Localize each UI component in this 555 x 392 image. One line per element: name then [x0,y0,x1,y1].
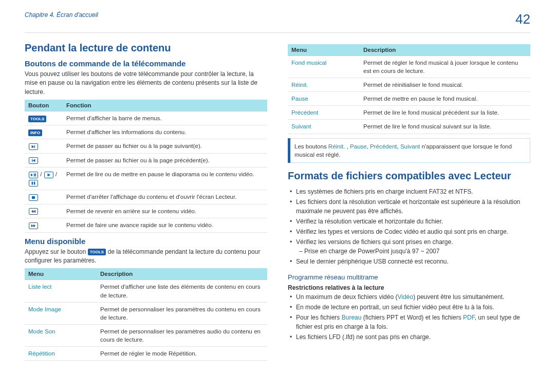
play-pause-toggle-icon [29,172,38,178]
svg-marker-0 [32,145,34,148]
cell-fn: Permet de revenir en arrière sur le cont… [63,204,267,218]
list-item: Vérifiez la résolution verticale et hori… [290,217,530,226]
col-header-menu: Menu [288,44,360,56]
rewind-icon [29,208,38,215]
right-column: Menu Description Fond musicalPermet de r… [288,42,530,365]
page-number: 42 [515,11,530,27]
stop-icon [29,194,38,201]
next-icon [29,143,38,150]
fast-forward-icon [29,222,38,229]
list-item: Seul le dernier périphérique USB connect… [290,257,530,266]
svg-marker-12 [33,210,35,213]
cell-fn: Permet d'afficher les informations du co… [63,125,267,139]
table-row: Permet de faire une avance rapide sur le… [25,218,267,232]
section-heading-formats: Formats de fichiers compatibles avec Lec… [288,170,530,182]
svg-rect-6 [35,173,36,176]
table-row: / / Permet de lire ou de mettre en pause… [25,167,267,190]
remote-buttons-table: Bouton Fonction TOOLS Permet d'afficher … [25,100,267,232]
list-item: Prise en charge de PowerPoint jusqu'à 97… [299,247,530,256]
svg-rect-3 [32,159,32,162]
subheading-available-menu: Menu disponible [25,237,267,246]
svg-marker-4 [31,173,33,176]
bg-music-menu-table: Menu Description Fond musicalPermet de r… [288,44,530,134]
list-item: Vérifiez les types et versions de Codec … [290,227,530,236]
section-heading-playback: Pendant la lecture de contenu [25,42,267,54]
left-column: Pendant la lecture de contenu Boutons de… [25,42,267,365]
list-item: En mode de lecture en portrait, un seul … [290,303,530,312]
page-header: Chapitre 4. Écran d'accueil 42 [25,11,530,27]
subheading-multiframe: Programme réseau multitrame [288,273,530,281]
tools-button-label-inline: TOOLS [88,249,106,255]
table-row: Permet d'arrêter l'affichage du contenu … [25,190,267,204]
svg-rect-5 [34,173,35,176]
col-header-description: Description [97,268,267,280]
col-header-description: Description [360,44,530,56]
list-item: Pour les fichiers Bureau (fichiers PPT e… [290,313,530,331]
chapter-label: Chapitre 4. Écran d'accueil [25,11,98,18]
table-row: INFO Permet d'afficher les informations … [25,125,267,139]
svg-rect-10 [32,196,35,199]
col-header-button: Bouton [25,100,63,111]
svg-rect-8 [32,182,33,185]
cell-fn: Permet d'arrêter l'affichage du contenu … [63,190,267,204]
note-box: Les boutons Réinit. , Pause, Précédent, … [288,138,530,163]
list-item: Les systèmes de fichiers pris en charge … [290,187,530,196]
cell-fn: Permet de faire une avance rapide sur le… [63,218,267,232]
list-item: Les fichiers dont la résolution vertical… [290,197,530,216]
available-menu-desc: Appuyez sur le bouton TOOLS de la téléco… [25,248,267,266]
header-divider [25,32,530,33]
tools-button-label: TOOLS [28,116,46,122]
available-menu-table: Menu Description Liste lectPermet d'affi… [25,268,267,361]
remote-buttons-desc: Vous pouvez utiliser les boutons de votr… [25,70,267,97]
subheading-remote-buttons: Boutons de commande de la télécommande [25,59,267,68]
info-button-label: INFO [28,129,42,136]
col-header-menu: Menu [25,268,97,280]
table-row: Liste lectPermet d'afficher une liste de… [25,280,267,302]
table-row: Mode SonPermet de personnaliser les para… [25,324,267,346]
table-row: PrécédentPermet de lire le fond musical … [288,106,530,120]
previous-icon [29,157,38,164]
table-row: Permet de revenir en arrière sur le cont… [25,204,267,218]
table-row: TOOLS Permet d'afficher la barre de menu… [25,111,267,125]
cell-fn: Permet de passer au fichier ou à la page… [63,139,267,153]
formats-bullet-list: Les systèmes de fichiers pris en charge … [288,187,530,266]
list-item: Un maximum de deux fichiers vidéo (Vidéo… [290,292,530,302]
svg-marker-11 [31,210,33,213]
note-text: Les boutons Réinit. , Pause, Précédent, … [290,138,530,163]
svg-rect-9 [34,182,35,185]
play-icon [44,172,53,178]
svg-marker-13 [31,224,33,227]
table-row: Fond musicalPermet de régler le fond mus… [288,56,530,78]
cell-fn: Permet d'afficher la barre de menus. [63,111,267,125]
pause-icon [29,180,38,186]
table-row: Permet de passer au fichier ou à la page… [25,139,267,153]
cell-fn: Permet de lire ou de mettre en pause le … [63,167,267,190]
table-row: Permet de passer au fichier ou à la page… [25,153,267,167]
cell-fn: Permet de passer au fichier ou à la page… [63,153,267,167]
table-row: SuivantPermet de lire le fond musical su… [288,120,530,134]
table-row: Réinit.Permet de réinitialiser le fond m… [288,78,530,92]
table-row: Mode ImagePermet de personnaliser les pa… [25,302,267,324]
restrictions-bullet-list: Un maximum de deux fichiers vidéo (Vidéo… [288,292,530,342]
svg-rect-1 [34,145,35,148]
list-item: Les fichiers LFD (.lfd) ne sont pas pris… [290,332,530,342]
subheading-restrictions: Restrictions relatives à la lecture [288,284,530,291]
svg-marker-2 [32,159,35,162]
svg-marker-7 [47,173,50,176]
table-row: RépétitionPermet de régler le mode Répét… [25,346,267,360]
table-row: PausePermet de mettre en pause le fond m… [288,92,530,106]
col-header-function: Fonction [63,100,267,111]
svg-marker-14 [33,224,35,227]
list-item: Vérifiez les versions de fichiers qui so… [290,237,530,256]
